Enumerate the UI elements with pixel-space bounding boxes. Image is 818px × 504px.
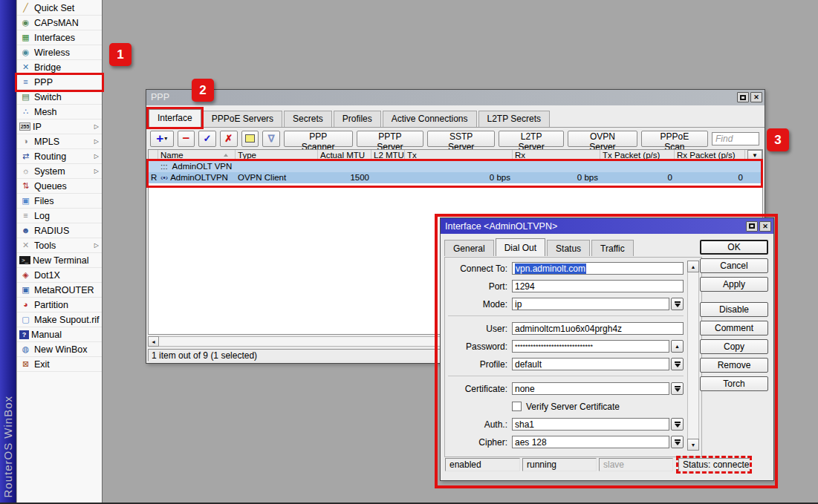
disable-button[interactable]: ✗: [220, 131, 238, 147]
dialog-button[interactable]: Remove: [700, 358, 768, 373]
scroll-down-icon[interactable]: ▼: [687, 439, 699, 451]
dialog-tab[interactable]: Dial Out: [496, 238, 545, 256]
sidebar-item[interactable]: ◍ New WinBox ▷: [17, 342, 102, 357]
scroll-left-icon[interactable]: ◄: [148, 336, 159, 347]
certificate-input[interactable]: none: [512, 382, 669, 395]
maximize-button[interactable]: [746, 221, 758, 232]
sidebar-item[interactable]: ⊠ Exit ▷: [17, 357, 102, 372]
toolbar-button[interactable]: PPTP Server: [357, 131, 424, 147]
column-name[interactable]: Name: [158, 150, 236, 160]
dialog-button[interactable]: Comment: [700, 321, 768, 336]
sidebar-item[interactable]: ☻ RADIUS ▷: [17, 223, 102, 238]
ppp-tab[interactable]: Profiles: [334, 111, 381, 127]
verify-server-certificate-checkbox[interactable]: [512, 402, 522, 411]
toolbar-button[interactable]: OVPN Server: [568, 131, 637, 147]
enable-button[interactable]: ✓: [198, 131, 216, 147]
column-rx[interactable]: Rx: [513, 150, 600, 160]
ppp-titlebar[interactable]: PPP ✕: [146, 90, 765, 105]
sidebar-item[interactable]: ▣ Files ▷: [17, 194, 102, 209]
dialog-button[interactable]: Copy: [700, 339, 768, 354]
interface-row[interactable]: R ‹•›AdminOLTVPN OVPN Client 1500 0 bps …: [149, 172, 762, 183]
ppp-tab[interactable]: Interface: [149, 109, 201, 127]
column-tx-packet[interactable]: Tx Packet (p/s): [600, 150, 675, 160]
toolbar-button[interactable]: L2TP Server: [499, 131, 564, 147]
dialog-button[interactable]: Disable: [700, 302, 768, 317]
scroll-up-icon[interactable]: ▲: [687, 261, 699, 272]
add-button[interactable]: + ▾: [150, 131, 174, 147]
find-input[interactable]: [712, 132, 759, 145]
sidebar-item[interactable]: ⇅ Queues ▷: [17, 179, 102, 194]
sidebar-item[interactable]: ◕ Partition ▷: [17, 298, 102, 312]
row-l2-mtu: [371, 172, 405, 183]
dialog-button[interactable]: Cancel: [700, 258, 768, 273]
column-type[interactable]: Type: [236, 150, 318, 160]
ppp-tab[interactable]: Secrets: [284, 111, 332, 127]
auth-label: Auth.:: [448, 419, 507, 430]
sidebar-item-label: Exit: [34, 359, 50, 370]
sidebar-item[interactable]: ◉ CAPsMAN ▷: [17, 16, 102, 30]
ppp-tab[interactable]: L2TP Secrets: [478, 111, 550, 127]
column-l2-mtu[interactable]: L2 MTU: [371, 150, 405, 160]
user-input[interactable]: adminoltcm1uo6x04prgh4z: [512, 322, 684, 335]
auth-dropdown-button[interactable]: [671, 418, 684, 431]
sidebar-item[interactable]: ? Manual ▷: [17, 327, 102, 342]
certificate-dropdown-button[interactable]: [671, 382, 684, 395]
close-button[interactable]: ✕: [759, 221, 771, 232]
sidebar-item[interactable]: ◈ Dot1X ▷: [17, 268, 102, 283]
sidebar-item[interactable]: ▢ Make Supout.rif ▷: [17, 312, 102, 327]
ppp-tab[interactable]: PPPoE Servers: [203, 111, 282, 127]
dialog-button[interactable]: Torch: [700, 376, 768, 391]
sidebar-item[interactable]: ⇄ Routing ▷: [17, 149, 102, 164]
comment-row[interactable]: :::AdminOLT VPN: [149, 161, 762, 172]
profile-input[interactable]: default: [512, 358, 669, 370]
sidebar-item[interactable]: ≡ Log ▷: [17, 209, 102, 223]
sidebar-item[interactable]: ✕ Tools ▷: [17, 238, 102, 253]
dialog-button[interactable]: OK: [700, 240, 768, 255]
sidebar-item-label: Mesh: [34, 107, 57, 117]
remove-button[interactable]: −: [178, 131, 195, 147]
column-rx-packet[interactable]: Rx Packet (p/s): [675, 150, 745, 160]
toolbar-button[interactable]: PPPoE Scan: [641, 131, 708, 147]
column-actual-mtu[interactable]: Actual MTU: [318, 150, 371, 160]
column-tx[interactable]: Tx: [405, 150, 513, 160]
scrollbar-track[interactable]: [687, 272, 699, 439]
sidebar-item[interactable]: ∴ Mesh ▷: [17, 105, 102, 120]
sidebar-item[interactable]: ▣ MetaROUTER ▷: [17, 283, 102, 298]
dialog-tab[interactable]: General: [444, 240, 494, 256]
cipher-dropdown-button[interactable]: [671, 436, 684, 448]
close-button[interactable]: ✕: [750, 92, 762, 102]
auth-input[interactable]: sha1: [512, 418, 669, 431]
dropdown-arrow-icon: [675, 388, 681, 392]
sidebar-item[interactable]: ◉ Wireless ▷: [17, 45, 102, 60]
sidebar-item-label: New Terminal: [33, 255, 89, 266]
sidebar-item[interactable]: ▤ Switch ▷: [17, 90, 102, 105]
mode-input[interactable]: ip: [512, 298, 669, 310]
sidebar-item[interactable]: ☼ System ▷: [17, 164, 102, 179]
maximize-button[interactable]: [737, 92, 749, 102]
sidebar-item[interactable]: ╱ Quick Set ▷: [17, 1, 102, 16]
ppp-tab[interactable]: Active Connections: [383, 111, 477, 127]
dialog-titlebar[interactable]: Interface <AdminOLTVPN> ✕: [441, 218, 773, 234]
column-select-button[interactable]: ▼: [747, 150, 762, 160]
dialog-tab[interactable]: Traffic: [591, 240, 634, 256]
filter-button[interactable]: ∇: [262, 131, 280, 147]
sidebar-item[interactable]: ≡ PPP ▷: [17, 75, 102, 90]
mode-dropdown-button[interactable]: [671, 298, 684, 310]
toolbar-button[interactable]: SSTP Server: [427, 131, 495, 147]
connect-to-input[interactable]: vpn.adminolt.com: [512, 262, 684, 275]
form-scrollbar[interactable]: ▲ ▼: [687, 261, 699, 451]
port-input[interactable]: 1294: [512, 280, 684, 292]
sidebar-item[interactable]: ✕ Bridge ▷: [17, 60, 102, 75]
dialog-button[interactable]: Apply: [700, 277, 768, 292]
cipher-input[interactable]: aes 128: [512, 436, 669, 448]
sidebar-item[interactable]: >_ New Terminal ▷: [17, 253, 102, 268]
comment-button[interactable]: [241, 131, 259, 147]
sidebar-item[interactable]: 255 IP ▷: [17, 120, 102, 134]
toolbar-button[interactable]: PPP Scanner: [284, 131, 353, 147]
password-input[interactable]: ******************************: [512, 340, 669, 353]
sidebar-item[interactable]: ◑ MPLS ▷: [17, 134, 102, 149]
profile-dropdown-button[interactable]: [671, 358, 684, 370]
dialog-tab[interactable]: Status: [547, 240, 590, 256]
sidebar-item[interactable]: ▦ Interfaces ▷: [17, 30, 102, 45]
password-expand-button[interactable]: ▲: [671, 340, 684, 353]
